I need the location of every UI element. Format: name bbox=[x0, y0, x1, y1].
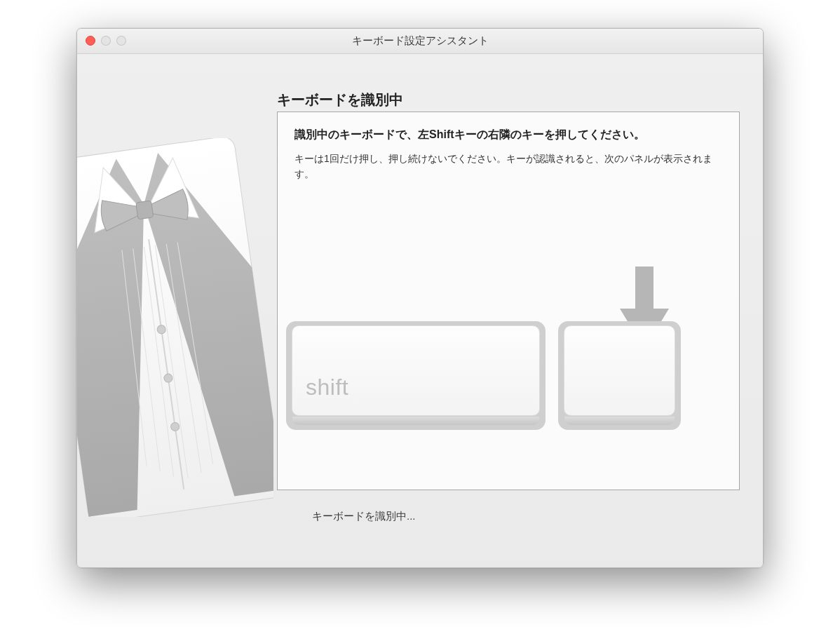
page-heading: キーボードを識別中 bbox=[277, 90, 403, 109]
status-text: キーボードを識別中... bbox=[312, 510, 416, 523]
instruction-panel: 識別中のキーボードで、左Shiftキーの右隣のキーを押してください。 キーは1回… bbox=[277, 112, 740, 490]
close-window-button[interactable] bbox=[86, 36, 95, 46]
window-title: キーボード設定アシスタント bbox=[352, 34, 489, 48]
content-area: キーボードを識別中 識別中のキーボードで、左Shiftキーの右隣のキーを押してく… bbox=[77, 54, 763, 567]
tuxedo-illustration bbox=[77, 138, 273, 517]
instruction-title: 識別中のキーボードで、左Shiftキーの右隣のキーを押してください。 bbox=[294, 128, 722, 142]
traffic-lights bbox=[86, 36, 126, 46]
shift-key-label: shift bbox=[306, 375, 348, 400]
keyboard-illustration: shift bbox=[286, 321, 731, 476]
shift-key: shift bbox=[286, 321, 546, 430]
instruction-description: キーは1回だけ押し、押し続けないでください。キーが認識されると、次のパネルが表示… bbox=[294, 151, 722, 182]
minimize-window-button[interactable] bbox=[101, 36, 111, 46]
target-key bbox=[558, 321, 681, 430]
svg-rect-8 bbox=[136, 201, 154, 220]
zoom-window-button[interactable] bbox=[116, 36, 126, 46]
titlebar: キーボード設定アシスタント bbox=[77, 29, 763, 54]
assistant-window: キーボード設定アシスタント bbox=[76, 28, 764, 568]
